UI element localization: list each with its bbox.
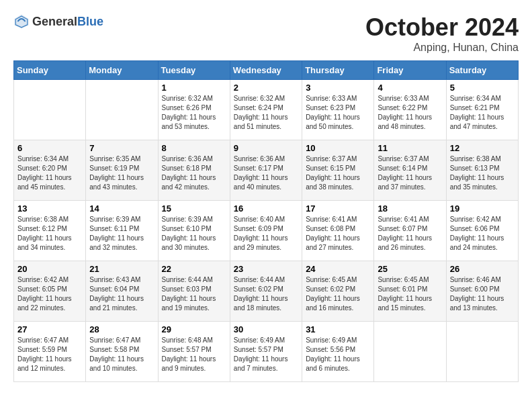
calendar-cell: 21Sunrise: 6:43 AMSunset: 6:04 PMDayligh… bbox=[86, 261, 158, 322]
day-number: 16 bbox=[234, 203, 298, 214]
day-number: 28 bbox=[89, 324, 154, 334]
day-info: Sunrise: 6:33 AMSunset: 6:22 PMDaylight:… bbox=[378, 94, 442, 132]
day-number: 5 bbox=[450, 83, 515, 93]
calendar-cell: 10Sunrise: 6:37 AMSunset: 6:15 PMDayligh… bbox=[302, 140, 374, 201]
calendar-table: SundayMondayTuesdayWednesdayThursdayFrid… bbox=[13, 60, 519, 382]
calendar-cell: 16Sunrise: 6:40 AMSunset: 6:09 PMDayligh… bbox=[230, 201, 302, 261]
day-number: 2 bbox=[234, 83, 298, 93]
day-info: Sunrise: 6:36 AMSunset: 6:17 PMDaylight:… bbox=[234, 154, 298, 192]
calendar-cell: 26Sunrise: 6:46 AMSunset: 6:00 PMDayligh… bbox=[446, 261, 518, 322]
calendar-cell: 8Sunrise: 6:36 AMSunset: 6:18 PMDaylight… bbox=[158, 140, 230, 201]
calendar-cell: 9Sunrise: 6:36 AMSunset: 6:17 PMDaylight… bbox=[230, 140, 302, 201]
day-info: Sunrise: 6:42 AMSunset: 6:06 PMDaylight:… bbox=[450, 215, 515, 253]
calendar-cell: 27Sunrise: 6:47 AMSunset: 5:59 PMDayligh… bbox=[14, 322, 86, 382]
calendar-cell: 3Sunrise: 6:33 AMSunset: 6:23 PMDaylight… bbox=[302, 80, 374, 140]
day-number: 14 bbox=[89, 203, 154, 214]
logo: GeneralBlue bbox=[13, 13, 103, 30]
day-info: Sunrise: 6:41 AMSunset: 6:08 PMDaylight:… bbox=[306, 215, 370, 253]
calendar-cell: 14Sunrise: 6:39 AMSunset: 6:11 PMDayligh… bbox=[86, 201, 158, 261]
day-info: Sunrise: 6:45 AMSunset: 6:01 PMDaylight:… bbox=[378, 275, 442, 313]
day-number: 12 bbox=[450, 143, 515, 153]
day-info: Sunrise: 6:45 AMSunset: 6:02 PMDaylight:… bbox=[306, 275, 370, 313]
calendar-cell: 29Sunrise: 6:48 AMSunset: 5:57 PMDayligh… bbox=[158, 322, 230, 382]
day-number: 7 bbox=[89, 143, 154, 153]
weekday-header: Tuesday bbox=[158, 61, 230, 80]
calendar-cell: 1Sunrise: 6:32 AMSunset: 6:26 PMDaylight… bbox=[158, 80, 230, 140]
calendar-cell: 25Sunrise: 6:45 AMSunset: 6:01 PMDayligh… bbox=[374, 261, 446, 322]
day-number: 11 bbox=[378, 143, 442, 153]
calendar-week-row: 1Sunrise: 6:32 AMSunset: 6:26 PMDaylight… bbox=[14, 80, 519, 140]
day-info: Sunrise: 6:39 AMSunset: 6:10 PMDaylight:… bbox=[162, 215, 226, 253]
calendar-cell: 5Sunrise: 6:34 AMSunset: 6:21 PMDaylight… bbox=[446, 80, 518, 140]
day-number: 30 bbox=[234, 324, 298, 334]
calendar-cell: 18Sunrise: 6:41 AMSunset: 6:07 PMDayligh… bbox=[374, 201, 446, 261]
day-info: Sunrise: 6:38 AMSunset: 6:12 PMDaylight:… bbox=[17, 215, 82, 253]
weekday-header: Wednesday bbox=[230, 61, 302, 80]
day-info: Sunrise: 6:33 AMSunset: 6:23 PMDaylight:… bbox=[306, 94, 370, 132]
day-info: Sunrise: 6:41 AMSunset: 6:07 PMDaylight:… bbox=[378, 215, 442, 253]
day-number: 26 bbox=[450, 264, 515, 274]
day-info: Sunrise: 6:46 AMSunset: 6:00 PMDaylight:… bbox=[450, 275, 515, 313]
location-title: Anping, Hunan, China bbox=[365, 42, 519, 54]
logo-blue: Blue bbox=[77, 15, 103, 28]
calendar-cell: 2Sunrise: 6:32 AMSunset: 6:24 PMDaylight… bbox=[230, 80, 302, 140]
day-info: Sunrise: 6:37 AMSunset: 6:15 PMDaylight:… bbox=[306, 154, 370, 192]
calendar-week-row: 27Sunrise: 6:47 AMSunset: 5:59 PMDayligh… bbox=[14, 322, 519, 382]
calendar-cell bbox=[14, 80, 86, 140]
page-header: GeneralBlue October 2024 Anping, Hunan, … bbox=[13, 13, 519, 54]
day-info: Sunrise: 6:48 AMSunset: 5:57 PMDaylight:… bbox=[162, 336, 226, 373]
day-number: 15 bbox=[162, 203, 226, 214]
day-info: Sunrise: 6:40 AMSunset: 6:09 PMDaylight:… bbox=[234, 215, 298, 253]
day-number: 24 bbox=[306, 264, 370, 274]
day-info: Sunrise: 6:44 AMSunset: 6:03 PMDaylight:… bbox=[162, 275, 226, 313]
day-info: Sunrise: 6:44 AMSunset: 6:02 PMDaylight:… bbox=[234, 275, 298, 313]
calendar-cell: 20Sunrise: 6:42 AMSunset: 6:05 PMDayligh… bbox=[14, 261, 86, 322]
day-number: 18 bbox=[378, 203, 442, 214]
day-number: 25 bbox=[378, 264, 442, 274]
day-number: 8 bbox=[162, 143, 226, 153]
day-number: 21 bbox=[89, 264, 154, 274]
calendar-cell: 19Sunrise: 6:42 AMSunset: 6:06 PMDayligh… bbox=[446, 201, 518, 261]
day-number: 13 bbox=[17, 203, 82, 214]
day-info: Sunrise: 6:49 AMSunset: 5:56 PMDaylight:… bbox=[306, 336, 370, 373]
calendar-cell: 22Sunrise: 6:44 AMSunset: 6:03 PMDayligh… bbox=[158, 261, 230, 322]
day-number: 23 bbox=[234, 264, 298, 274]
calendar-week-row: 13Sunrise: 6:38 AMSunset: 6:12 PMDayligh… bbox=[14, 201, 519, 261]
day-info: Sunrise: 6:43 AMSunset: 6:04 PMDaylight:… bbox=[89, 275, 154, 313]
weekday-header: Monday bbox=[86, 61, 158, 80]
day-number: 19 bbox=[450, 203, 515, 214]
weekday-header: Friday bbox=[374, 61, 446, 80]
day-number: 17 bbox=[306, 203, 370, 214]
day-number: 6 bbox=[17, 143, 82, 153]
calendar-cell: 6Sunrise: 6:34 AMSunset: 6:20 PMDaylight… bbox=[14, 140, 86, 201]
calendar-cell bbox=[86, 80, 158, 140]
day-number: 27 bbox=[17, 324, 82, 334]
day-number: 20 bbox=[17, 264, 82, 274]
calendar-cell: 28Sunrise: 6:47 AMSunset: 5:58 PMDayligh… bbox=[86, 322, 158, 382]
logo-icon bbox=[13, 13, 30, 30]
day-info: Sunrise: 6:32 AMSunset: 6:24 PMDaylight:… bbox=[234, 94, 298, 132]
calendar-week-row: 20Sunrise: 6:42 AMSunset: 6:05 PMDayligh… bbox=[14, 261, 519, 322]
day-info: Sunrise: 6:39 AMSunset: 6:11 PMDaylight:… bbox=[89, 215, 154, 253]
day-info: Sunrise: 6:34 AMSunset: 6:21 PMDaylight:… bbox=[450, 94, 515, 132]
calendar-cell: 11Sunrise: 6:37 AMSunset: 6:14 PMDayligh… bbox=[374, 140, 446, 201]
calendar-cell: 23Sunrise: 6:44 AMSunset: 6:02 PMDayligh… bbox=[230, 261, 302, 322]
weekday-header: Saturday bbox=[446, 61, 518, 80]
day-info: Sunrise: 6:32 AMSunset: 6:26 PMDaylight:… bbox=[162, 94, 226, 132]
calendar-cell: 4Sunrise: 6:33 AMSunset: 6:22 PMDaylight… bbox=[374, 80, 446, 140]
day-info: Sunrise: 6:38 AMSunset: 6:13 PMDaylight:… bbox=[450, 154, 515, 192]
day-number: 1 bbox=[162, 83, 226, 93]
day-number: 31 bbox=[306, 324, 370, 334]
calendar-cell: 15Sunrise: 6:39 AMSunset: 6:10 PMDayligh… bbox=[158, 201, 230, 261]
day-number: 3 bbox=[306, 83, 370, 93]
day-info: Sunrise: 6:37 AMSunset: 6:14 PMDaylight:… bbox=[378, 154, 442, 192]
calendar-cell bbox=[374, 322, 446, 382]
day-info: Sunrise: 6:47 AMSunset: 5:59 PMDaylight:… bbox=[17, 336, 82, 373]
day-info: Sunrise: 6:35 AMSunset: 6:19 PMDaylight:… bbox=[89, 154, 154, 192]
month-title: October 2024 bbox=[365, 13, 519, 42]
day-info: Sunrise: 6:49 AMSunset: 5:57 PMDaylight:… bbox=[234, 336, 298, 373]
calendar-cell: 30Sunrise: 6:49 AMSunset: 5:57 PMDayligh… bbox=[230, 322, 302, 382]
calendar-cell: 13Sunrise: 6:38 AMSunset: 6:12 PMDayligh… bbox=[14, 201, 86, 261]
calendar-cell: 12Sunrise: 6:38 AMSunset: 6:13 PMDayligh… bbox=[446, 140, 518, 201]
logo-general: General bbox=[32, 15, 77, 28]
